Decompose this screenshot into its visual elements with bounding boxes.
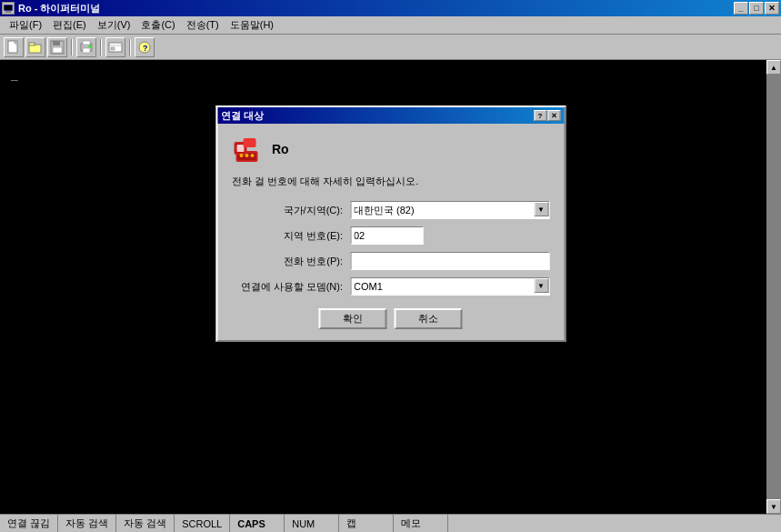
dialog-header: Ro <box>232 135 549 164</box>
terminal-area[interactable]: _ 연결 대상 ? ✕ <box>0 60 781 514</box>
modem-select-wrapper: COM1 ▼ <box>350 277 549 296</box>
maximize-button[interactable]: □ <box>749 2 764 15</box>
toolbar-properties[interactable] <box>105 37 125 57</box>
svg-rect-3 <box>5 12 12 13</box>
svg-rect-9 <box>53 41 60 45</box>
svg-rect-24 <box>236 145 244 152</box>
toolbar-save[interactable] <box>47 37 67 57</box>
toolbar-open[interactable] <box>25 37 45 57</box>
svg-rect-13 <box>83 48 90 53</box>
modem-select[interactable]: COM1 <box>350 277 549 296</box>
window-title: Ro - 하이퍼터미널 <box>18 2 100 15</box>
close-button[interactable]: ✕ <box>765 2 779 15</box>
status-caps: CAPS <box>230 515 285 532</box>
toolbar-sep-2 <box>100 39 102 55</box>
status-connection: 연결 끊김 <box>0 515 58 532</box>
status-bar: 연결 끊김 자동 검색 자동 검색 SCROLL CAPS NUM 캡 메모 <box>0 514 781 532</box>
toolbar: ? <box>0 35 781 60</box>
status-cap: 캡 <box>339 515 394 532</box>
menu-call[interactable]: 호출(C) <box>135 16 180 34</box>
dialog-help-button[interactable]: ? <box>534 110 546 121</box>
svg-text:?: ? <box>143 44 148 53</box>
dialog-overlay: 연결 대상 ? ✕ <box>0 60 781 514</box>
svg-rect-12 <box>83 41 90 45</box>
status-scroll: SCROLL <box>175 515 230 532</box>
svg-rect-17 <box>111 47 115 50</box>
field-modem-row: 연결에 사용할 모뎀(N): COM1 ▼ <box>232 277 549 296</box>
area-label: 지역 번호(E): <box>232 229 350 243</box>
dialog-buttons: 확인 취소 <box>232 308 549 329</box>
svg-rect-7 <box>29 43 35 45</box>
country-select[interactable]: 대한민국 (82) <box>350 201 549 219</box>
status-auto-detect-2: 자동 검색 <box>116 515 175 532</box>
toolbar-help[interactable]: ? <box>135 37 155 57</box>
status-num: NUM <box>285 515 339 532</box>
svg-rect-1 <box>5 5 12 10</box>
scroll-track[interactable] <box>766 75 781 499</box>
status-auto-detect-1: 자동 검색 <box>58 515 116 532</box>
modem-label: 연결에 사용할 모뎀(N): <box>232 280 350 294</box>
title-bar-buttons: _ □ ✕ <box>734 2 779 15</box>
dialog-close-button[interactable]: ✕ <box>547 110 560 121</box>
toolbar-print[interactable] <box>76 37 96 57</box>
scroll-down-button[interactable]: ▼ <box>766 499 781 514</box>
connection-dialog: 연결 대상 ? ✕ <box>215 105 566 342</box>
svg-point-14 <box>89 45 92 47</box>
toolbar-new[interactable] <box>4 37 24 57</box>
toolbar-sep-3 <box>129 39 131 55</box>
country-label: 국가/지역(C): <box>232 204 350 217</box>
svg-rect-2 <box>5 11 11 12</box>
content-area: _ 연결 대상 ? ✕ <box>0 60 781 514</box>
cancel-button[interactable]: 취소 <box>395 308 463 329</box>
app-icon <box>2 2 15 15</box>
svg-rect-10 <box>53 47 62 53</box>
scroll-up-button[interactable]: ▲ <box>766 60 781 75</box>
main-window: Ro - 하이퍼터미널 _ □ ✕ 파일(F) 편집(E) 보기(V) 호출(C… <box>0 0 781 532</box>
menu-file[interactable]: 파일(F) <box>4 16 47 34</box>
scrollbar: ▲ ▼ <box>766 60 781 514</box>
country-select-wrapper: 대한민국 (82) ▼ <box>350 201 549 219</box>
dialog-connection-name: Ro <box>272 142 289 156</box>
menu-transfer[interactable]: 전송(T) <box>181 16 225 34</box>
svg-point-28 <box>250 154 254 157</box>
dialog-description: 전화 걸 번호에 대해 자세히 입력하십시오. <box>232 175 549 188</box>
dialog-title: 연결 대상 <box>221 109 264 123</box>
field-area-row: 지역 번호(E): <box>232 226 549 245</box>
toolbar-sep-1 <box>71 39 73 55</box>
ok-button[interactable]: 확인 <box>319 308 387 329</box>
field-phone-row: 전화 번호(P): <box>232 252 549 270</box>
svg-point-26 <box>239 154 243 157</box>
status-memo: 메모 <box>394 515 448 532</box>
title-bar: Ro - 하이퍼터미널 _ □ ✕ <box>0 0 781 16</box>
menu-bar: 파일(F) 편집(E) 보기(V) 호출(C) 전송(T) 도움말(H) <box>0 16 781 35</box>
menu-view[interactable]: 보기(V) <box>92 16 136 34</box>
menu-edit[interactable]: 편집(E) <box>47 16 92 34</box>
menu-help[interactable]: 도움말(H) <box>225 16 279 34</box>
field-country-row: 국가/지역(C): 대한민국 (82) ▼ <box>232 201 549 219</box>
minimize-button[interactable]: _ <box>734 2 748 15</box>
phone-input[interactable] <box>350 252 549 270</box>
phone-label: 전화 번호(P): <box>232 255 350 268</box>
modem-icon <box>232 135 261 164</box>
svg-rect-25 <box>243 138 255 147</box>
dialog-title-buttons: ? ✕ <box>534 110 560 121</box>
svg-point-27 <box>245 154 248 157</box>
dialog-title-bar: 연결 대상 ? ✕ <box>217 107 564 124</box>
area-input[interactable] <box>350 226 423 245</box>
dialog-content: Ro 전화 걸 번호에 대해 자세히 입력하십시오. 국가/지역(C): 대한민… <box>217 124 564 340</box>
